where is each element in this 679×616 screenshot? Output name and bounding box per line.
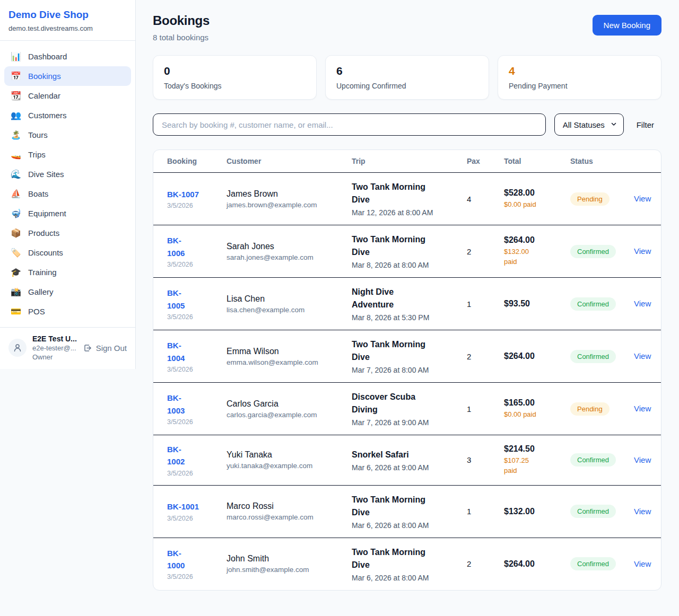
sidebar-item-label: Calendar	[28, 91, 60, 100]
booking-id-link[interactable]: BK- 1006	[167, 234, 185, 259]
stat-value: 0	[164, 65, 306, 77]
sidebar-item-label: Trips	[28, 150, 46, 159]
actions-cell: View	[634, 396, 656, 421]
sidebar-item-dashboard[interactable]: 📊 Dashboard	[4, 47, 131, 66]
sidebar-item-dive-sites[interactable]: 🌊 Dive Sites	[4, 164, 131, 184]
booking-date: 3/5/2026	[167, 313, 221, 321]
status-badge: Confirmed	[570, 350, 616, 363]
total-amount: $132.00	[504, 507, 565, 516]
sidebar-item-bookings[interactable]: 📅 Bookings	[4, 66, 131, 86]
view-link[interactable]: View	[634, 507, 651, 516]
sidebar-item-icon: 🚤	[11, 151, 21, 159]
sidebar-item-pos[interactable]: 💳 POS	[4, 302, 131, 321]
sidebar-item-discounts[interactable]: 🏷️ Discounts	[4, 243, 131, 262]
trip-date: Mar 8, 2026 at 8:00 AM	[352, 261, 462, 269]
sidebar-item-boats[interactable]: ⛵ Boats	[4, 184, 131, 204]
page-header: Bookings 8 total bookings New Booking	[153, 13, 661, 42]
view-link[interactable]: View	[634, 351, 651, 360]
search-input[interactable]	[153, 113, 546, 136]
pax-cell: 1	[467, 499, 504, 524]
customer-name: John Smith	[227, 554, 346, 564]
sidebar-item-label: Dive Sites	[28, 170, 64, 179]
view-link[interactable]: View	[634, 455, 651, 464]
trip-cell: Discover Scuba Diving Mar 7, 2026 at 9:0…	[352, 383, 467, 435]
trip-name: Two Tank Morning Dive	[352, 546, 436, 571]
sidebar-item-label: Gallery	[28, 287, 54, 296]
column-header-status: Status	[570, 150, 634, 172]
bookings-table: Booking Customer Trip Pax Total Status B…	[153, 149, 661, 591]
table-header-row: Booking Customer Trip Pax Total Status	[153, 150, 661, 173]
stat-value: 4	[509, 65, 650, 77]
trip-date: Mar 6, 2026 at 8:00 AM	[352, 574, 462, 582]
status-cell: Confirmed	[570, 549, 634, 578]
customer-cell: Sarah Jones sarah.jones@example.com	[227, 234, 352, 269]
sidebar-item-icon: 📆	[11, 92, 21, 100]
table-row: BK- 1005 3/5/2026 Lisa Chen lisa.chen@ex…	[153, 278, 661, 330]
trip-name: Two Tank Morning Dive	[352, 338, 436, 364]
sidebar-item-label: Training	[28, 268, 57, 277]
pax-cell: 2	[467, 551, 504, 576]
total-amount: $93.50	[504, 299, 565, 309]
column-header-customer: Customer	[227, 150, 352, 172]
sidebar-item-label: Customers	[28, 111, 67, 120]
sidebar-item-calendar[interactable]: 📆 Calendar	[4, 86, 131, 105]
page-title: Bookings	[153, 13, 210, 28]
sidebar-item-label: POS	[28, 307, 45, 316]
customer-name: James Brown	[227, 189, 346, 199]
booking-cell: BK-1007 3/5/2026	[167, 180, 227, 217]
actions-cell: View	[634, 551, 656, 577]
customer-cell: Lisa Chen lisa.chen@example.com	[227, 286, 352, 322]
view-link[interactable]: View	[634, 247, 651, 256]
user-icon	[13, 343, 22, 353]
customer-email: yuki.tanaka@example.com	[227, 462, 346, 470]
status-filter-select[interactable]: All Statuses	[554, 113, 624, 136]
sidebar-item-equipment[interactable]: 🤿 Equipment	[4, 204, 131, 223]
sidebar-item-tours[interactable]: 🏝️ Tours	[4, 125, 131, 145]
sidebar-item-products[interactable]: 📦 Products	[4, 223, 131, 243]
total-amount: $264.00	[504, 235, 565, 245]
sidebar-item-training[interactable]: 🎓 Training	[4, 262, 131, 282]
view-link[interactable]: View	[634, 299, 651, 308]
booking-id-link[interactable]: BK- 1000	[167, 547, 185, 572]
sidebar-item-gallery[interactable]: 📸 Gallery	[4, 282, 131, 302]
booking-id-link[interactable]: BK- 1005	[167, 287, 185, 312]
sidebar-item-icon: 👥	[11, 111, 21, 120]
booking-cell: BK- 1005 3/5/2026	[167, 279, 227, 329]
customer-cell: Marco Rossi marco.rossi@example.com	[227, 494, 352, 529]
customer-name: Yuki Tanaka	[227, 450, 346, 460]
booking-date: 3/5/2026	[167, 573, 221, 580]
total-paid: $0.00 paid	[504, 410, 541, 420]
sidebar-item-label: Tours	[28, 130, 48, 139]
booking-id-link[interactable]: BK- 1003	[167, 392, 185, 417]
customer-email: marco.rossi@example.com	[227, 513, 346, 521]
total-cell: $264.00 $132.00 paid	[504, 227, 570, 275]
trip-date: Mar 8, 2026 at 5:30 PM	[352, 313, 462, 322]
new-booking-button[interactable]: New Booking	[593, 15, 661, 36]
booking-id-link[interactable]: BK-1007	[167, 188, 199, 200]
view-link[interactable]: View	[634, 194, 651, 203]
booking-cell: BK- 1000 3/5/2026	[167, 539, 227, 589]
stat-card-todays-bookings: 0 Today's Bookings	[153, 55, 317, 100]
booking-cell: BK- 1003 3/5/2026	[167, 384, 227, 434]
trip-date: Mar 6, 2026 at 8:00 AM	[352, 521, 462, 530]
booking-id-link[interactable]: BK- 1004	[167, 339, 185, 364]
column-header-actions	[634, 154, 650, 168]
booking-id-link[interactable]: BK- 1002	[167, 443, 185, 468]
total-cell: $165.00 $0.00 paid	[504, 390, 570, 428]
view-link[interactable]: View	[634, 559, 651, 568]
customer-email: james.brown@example.com	[227, 201, 346, 209]
total-paid: $0.00 paid	[504, 200, 541, 210]
filter-button[interactable]: Filter	[629, 115, 661, 135]
status-cell: Confirmed	[570, 237, 634, 266]
sidebar-item-icon: 📅	[11, 72, 21, 81]
sidebar-item-trips[interactable]: 🚤 Trips	[4, 145, 131, 164]
sidebar-item-customers[interactable]: 👥 Customers	[4, 105, 131, 125]
sign-out-button[interactable]: Sign Out	[83, 344, 127, 353]
booking-date: 3/5/2026	[167, 418, 221, 426]
booking-id-link[interactable]: BK-1001	[167, 500, 199, 513]
total-amount: $214.50	[504, 444, 565, 454]
user-name: E2E Test U...	[32, 335, 77, 343]
view-link[interactable]: View	[634, 404, 651, 413]
sidebar-item-label: Discounts	[28, 248, 63, 257]
controls-row: All Statuses Filter	[153, 113, 661, 136]
